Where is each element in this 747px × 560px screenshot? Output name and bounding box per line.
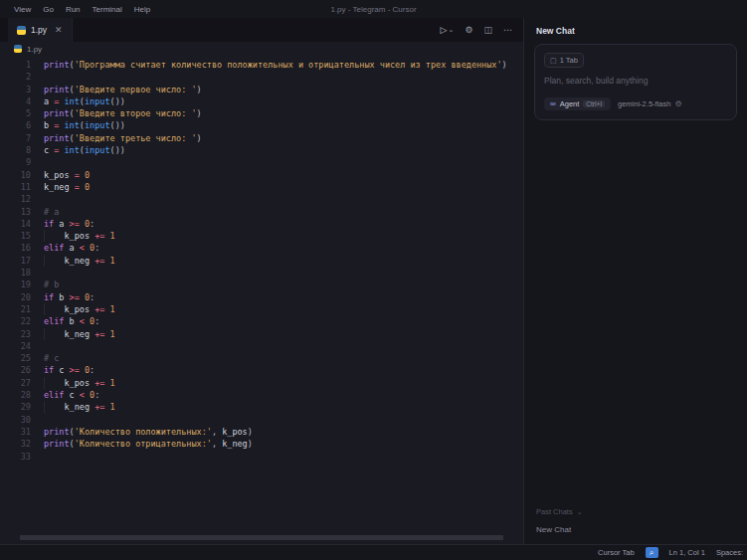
code-line[interactable]: 16elif a < 0: (0, 242, 523, 254)
code-line[interactable]: 5print('Введите второе число: ') (0, 107, 523, 119)
indentation-status[interactable]: Spaces: (716, 548, 743, 557)
new-chat-item[interactable]: New Chat (536, 525, 735, 534)
settings-gear-icon[interactable]: ⚙ (465, 25, 472, 35)
horizontal-scrollbar[interactable] (20, 535, 503, 540)
chat-panel: New Chat ▢ 1 Tab Plan, search, build any… (524, 18, 747, 544)
code-line[interactable]: 22elif b < 0: (0, 315, 523, 327)
code-line[interactable]: 28elif c < 0: (0, 389, 523, 401)
code-line[interactable]: 24 (0, 340, 523, 352)
close-icon[interactable]: ✕ (55, 25, 63, 35)
code-line-content: b = int(input()) (31, 119, 125, 131)
line-number: 23 (0, 328, 31, 340)
menu-run[interactable]: Run (60, 2, 87, 17)
code-line-content: print('Введите первое число: ') (31, 84, 202, 95)
breadcrumb[interactable]: 1.py (0, 42, 523, 56)
line-number: 16 (0, 242, 31, 254)
menu-view[interactable]: View (8, 2, 37, 17)
editor-column: 1.py ✕ ▷ ⌄ ⚙ ◫ ⋯ 1.py 1print('Пр (0, 18, 524, 544)
cursor-tab-status[interactable]: Cursor Tab (598, 548, 635, 557)
code-line[interactable]: 26if c >= 0: (0, 364, 523, 376)
code-line-content: k_pos += 1 (31, 303, 115, 315)
split-editor-icon[interactable]: ◫ (483, 25, 492, 35)
line-number: 20 (0, 291, 31, 303)
code-line[interactable]: 9 (0, 156, 523, 168)
line-number: 14 (0, 218, 31, 230)
code-line[interactable]: 21 k_pos += 1 (0, 303, 523, 315)
code-line[interactable]: 6b = int(input()) (0, 119, 523, 131)
line-number: 17 (0, 255, 31, 267)
line-number: 32 (0, 438, 31, 450)
code-line[interactable]: 14if a >= 0: (0, 218, 523, 230)
code-line[interactable]: 2 (0, 71, 523, 83)
code-editor[interactable]: 1print('Программа считает количество пол… (0, 56, 523, 544)
tab-chip-label: 1 Tab (560, 56, 578, 65)
code-line[interactable]: 25# c (0, 352, 523, 364)
code-line[interactable]: 1print('Программа считает количество пол… (0, 59, 523, 71)
cursor-position-status[interactable]: Ln 1, Col 1 (669, 548, 705, 557)
model-selector[interactable]: gemini-2.5-flash ⚙ (618, 99, 682, 108)
line-number: 9 (0, 156, 31, 168)
code-line[interactable]: 18 (0, 267, 523, 279)
code-line-content (31, 451, 44, 463)
tab-bar: 1.py ✕ ▷ ⌄ ⚙ ◫ ⋯ (0, 18, 523, 42)
code-line[interactable]: 12 (0, 193, 523, 205)
chat-input[interactable]: ▢ 1 Tab Plan, search, build anything ∞ A… (534, 44, 737, 120)
code-line-content: a = int(input()) (31, 95, 125, 107)
code-line[interactable]: 7print('Введите третье число: ') (0, 132, 523, 144)
line-number: 4 (0, 95, 31, 107)
menu-help[interactable]: Help (128, 2, 156, 17)
main-area: 1.py ✕ ▷ ⌄ ⚙ ◫ ⋯ 1.py 1print('Пр (0, 18, 747, 544)
code-line-content: elif a < 0: (31, 242, 99, 254)
code-line-content: k_neg += 1 (31, 255, 115, 267)
code-line[interactable]: 10k_pos = 0 (0, 169, 523, 181)
past-chats-toggle[interactable]: Past Chats ⌄ (536, 507, 735, 516)
context-tab-chip[interactable]: ▢ 1 Tab (544, 53, 584, 68)
line-number: 3 (0, 84, 31, 95)
code-line[interactable]: 8c = int(input()) (0, 144, 523, 156)
search-icon[interactable]: ⌕ (646, 547, 658, 558)
code-line[interactable]: 17 k_neg += 1 (0, 255, 523, 267)
code-line[interactable]: 27 k_pos += 1 (0, 377, 523, 389)
line-number: 18 (0, 267, 31, 279)
code-line[interactable]: 13# a (0, 206, 523, 218)
run-button[interactable]: ▷ ⌄ (441, 25, 455, 35)
line-number: 30 (0, 414, 31, 426)
code-line[interactable]: 31print('Количество положительных:', k_p… (0, 426, 523, 438)
code-line-content: print('Введите второе число: ') (31, 107, 202, 119)
code-line[interactable]: 4a = int(input()) (0, 95, 523, 107)
run-dropdown-icon: ⌄ (449, 26, 455, 34)
line-number: 7 (0, 132, 31, 144)
code-line[interactable]: 19# b (0, 279, 523, 290)
code-line-content: # c (31, 352, 59, 364)
code-line-content (31, 267, 44, 279)
tab-bar-gutter (0, 18, 8, 42)
code-line[interactable]: 33 (0, 451, 523, 463)
line-number: 25 (0, 352, 31, 364)
agent-mode-selector[interactable]: ∞ Agent Ctrl+I (544, 97, 611, 110)
more-actions-icon[interactable]: ⋯ (503, 25, 512, 35)
code-line[interactable]: 20if b >= 0: (0, 291, 523, 303)
code-area: 1print('Программа считает количество пол… (0, 59, 523, 463)
python-icon (17, 26, 26, 35)
code-line-content: k_neg = 0 (31, 181, 90, 193)
code-line-content: k_pos += 1 (31, 377, 115, 389)
menu-terminal[interactable]: Terminal (87, 2, 128, 17)
code-line[interactable]: 29 k_neg += 1 (0, 401, 523, 413)
line-number: 19 (0, 279, 31, 290)
menu-go[interactable]: Go (37, 2, 60, 17)
code-line[interactable]: 30 (0, 414, 523, 426)
code-line-content (31, 193, 44, 205)
code-line[interactable]: 11k_neg = 0 (0, 181, 523, 193)
tab-1py[interactable]: 1.py ✕ (8, 18, 73, 42)
code-line-content: k_neg += 1 (31, 401, 115, 413)
app-window: 1.py - Telegram - Cursor ViewGoRunTermin… (0, 0, 747, 560)
code-line[interactable]: 3print('Введите первое число: ') (0, 84, 523, 95)
line-number: 10 (0, 169, 31, 181)
agent-label: Agent (560, 99, 580, 108)
code-line[interactable]: 32print('Количество отрицательных:', k_n… (0, 438, 523, 450)
code-line[interactable]: 15 k_pos += 1 (0, 230, 523, 242)
code-line-content: c = int(input()) (31, 144, 125, 156)
run-icon: ▷ (441, 25, 448, 35)
code-line[interactable]: 23 k_neg += 1 (0, 328, 523, 340)
line-number: 33 (0, 451, 31, 463)
